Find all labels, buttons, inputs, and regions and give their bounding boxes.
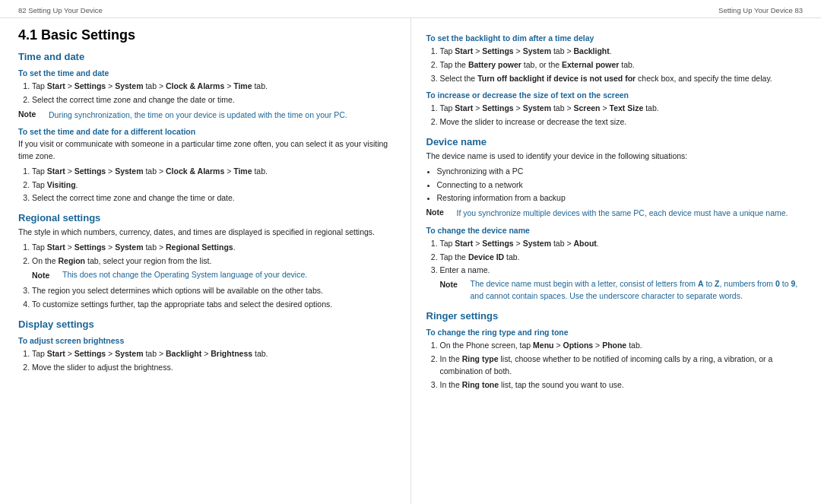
list-item: Tap Visiting.: [32, 179, 395, 192]
note-row: Note The device name must begin with a l…: [440, 278, 804, 303]
list-item: In the Ring tone list, tap the sound you…: [440, 379, 804, 391]
list-item: Tap Start > Settings > System tab > Cloc…: [32, 80, 395, 93]
list-item: Select the correct time zone and change …: [32, 192, 395, 204]
ring-type-heading: To change the ring type and ring tone: [426, 328, 804, 337]
list-item: Tap the Battery power tab, or the Extern…: [440, 59, 804, 71]
device-name-bullets: Synchronizing with a PC Connecting to a …: [437, 165, 804, 204]
note-text: During synchronization, the time on your…: [49, 109, 347, 122]
backlight-steps: Tap Start > Settings > System tab > Back…: [440, 45, 804, 84]
backlight-dim-heading: To set the backlight to dim after a time…: [426, 33, 804, 43]
list-item: On the Phone screen, tap Menu > Options …: [440, 339, 804, 352]
adjust-brightness-heading: To adjust screen brightness: [18, 336, 395, 345]
list-item: Select the correct time zone and change …: [32, 94, 395, 106]
list-item: Synchronizing with a PC: [437, 165, 804, 178]
brightness-steps: Tap Start > Settings > System tab > Back…: [32, 347, 395, 374]
text-size-heading: To increase or decrease the size of text…: [426, 90, 804, 100]
note-row: Note This does not change the Operating …: [32, 269, 395, 282]
page-number-right: Setting Up Your Device 83: [718, 6, 803, 14]
page-number-left: 82 Setting Up Your Device: [18, 6, 103, 14]
list-item: On the Region tab, select your region fr…: [32, 255, 395, 282]
note-text: The device name must begin with a letter…: [471, 278, 804, 303]
note-text: If you synchronize multiple devices with…: [457, 208, 788, 220]
list-item: To customize settings further, tap the a…: [32, 298, 395, 311]
location-intro: If you visit or communicate with someone…: [18, 138, 395, 163]
main-title: 4.1 Basic Settings: [18, 27, 395, 43]
list-item: Restoring information from a backup: [437, 192, 804, 204]
display-settings-title: Display settings: [18, 319, 395, 330]
text-size-steps: Tap Start > Settings > System tab > Scre…: [440, 102, 804, 128]
right-column: To set the backlight to dim after a time…: [411, 18, 822, 504]
list-item: Select the Turn off backlight if device …: [440, 72, 804, 85]
list-item: Tap Start > Settings > System tab > Scre…: [440, 102, 804, 115]
note-label: Note: [18, 109, 43, 122]
change-device-name-steps: Tap Start > Settings > System tab > Abou…: [440, 237, 804, 303]
set-time-date-location-heading: To set the time and date for a different…: [18, 127, 395, 136]
list-item: Enter a name. Note The device name must …: [440, 264, 804, 302]
change-device-name-heading: To change the device name: [426, 226, 804, 235]
note-text: This does not change the Operating Syste…: [62, 269, 307, 282]
ring-type-steps: On the Phone screen, tap Menu > Options …: [440, 339, 804, 391]
note-label: Note: [426, 208, 451, 220]
list-item: In the Ring type list, choose whether to…: [440, 353, 804, 379]
list-item: Tap the Device ID tab.: [440, 251, 804, 264]
note-label: Note: [32, 269, 56, 282]
left-column: 4.1 Basic Settings Time and date To set …: [0, 18, 411, 504]
list-item: Tap Start > Settings > System tab > Back…: [32, 347, 395, 360]
list-item: Tap Start > Settings > System tab > Regi…: [32, 241, 395, 254]
time-date-title: Time and date: [18, 51, 395, 62]
set-time-date-steps: Tap Start > Settings > System tab > Cloc…: [32, 80, 395, 106]
list-item: Tap Start > Settings > System tab > Abou…: [440, 237, 804, 250]
set-time-date-location-steps: Tap Start > Settings > System tab > Cloc…: [32, 165, 395, 204]
device-name-title: Device name: [426, 136, 804, 147]
note-row: Note If you synchronize multiple devices…: [426, 208, 804, 220]
list-item: Connecting to a network: [437, 179, 804, 192]
regional-settings-title: Regional settings: [18, 212, 395, 223]
list-item: Tap Start > Settings > System tab > Back…: [440, 45, 804, 58]
content-area: 4.1 Basic Settings Time and date To set …: [0, 18, 821, 504]
list-item: Move the slider to adjust the brightness…: [32, 361, 395, 374]
regional-steps: Tap Start > Settings > System tab > Regi…: [32, 241, 395, 311]
device-name-intro: The device name is used to identify your…: [426, 151, 804, 163]
list-item: Move the slider to increase or decrease …: [440, 116, 804, 128]
note-row: Note During synchronization, the time on…: [18, 109, 395, 122]
set-time-date-heading: To set the time and date: [18, 68, 395, 78]
regional-intro: The style in which numbers, currency, da…: [18, 227, 395, 239]
note-label: Note: [440, 278, 464, 303]
list-item: The region you select determines which o…: [32, 284, 395, 297]
ringer-settings-title: Ringer settings: [426, 310, 804, 322]
list-item: Tap Start > Settings > System tab > Cloc…: [32, 165, 395, 178]
page-header: 82 Setting Up Your Device Setting Up You…: [0, 0, 821, 18]
